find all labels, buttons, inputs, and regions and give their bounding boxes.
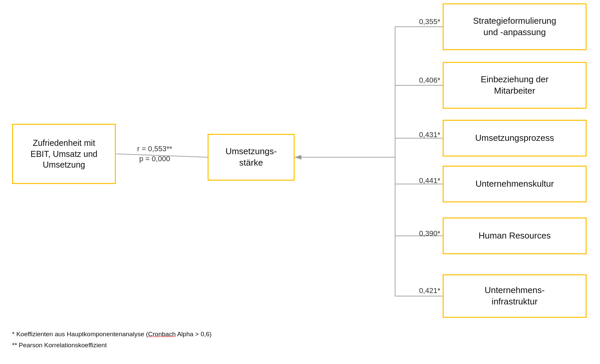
correlation-p-label: p = 0,000: [121, 155, 188, 163]
diagram-container: Zufriedenheit mit EBIT, Umsatz und Umset…: [0, 0, 600, 364]
coeff-4: 0,441*: [412, 176, 440, 185]
right-box-6: Unternehmens- infrastruktur: [443, 274, 587, 318]
coeff-3: 0,431*: [412, 130, 440, 139]
coeff-6: 0,421*: [412, 286, 440, 295]
coeff-5: 0,390*: [412, 229, 440, 238]
footnote-line1: * Koeffizienten aus Hauptkomponentenanal…: [12, 329, 212, 340]
correlation-r-label: r = 0,553**: [121, 145, 188, 153]
right-box-1: Strategieformulierung und -anpassung: [443, 3, 587, 50]
right-box-3: Umsetzungsprozess: [443, 120, 587, 157]
footnote: * Koeffizienten aus Hauptkomponentenanal…: [12, 329, 212, 351]
left-box-text: Zufriedenheit mit EBIT, Umsatz und Umset…: [30, 138, 97, 170]
coeff-2: 0,406*: [412, 76, 440, 85]
center-box-text: Umsetzungs- stärke: [225, 146, 277, 169]
footnote-line2: ** Pearson Korrelationskoeffizient: [12, 340, 212, 351]
right-box-2: Einbeziehung der Mitarbeiter: [443, 62, 587, 109]
right-box-4: Unternehmenskultur: [443, 166, 587, 202]
center-box: Umsetzungs- stärke: [208, 134, 295, 181]
left-box: Zufriedenheit mit EBIT, Umsatz und Umset…: [12, 124, 116, 184]
cronbach-underline: Cronbach: [148, 331, 175, 338]
right-box-5: Human Resources: [443, 217, 587, 254]
coeff-1: 0,355*: [412, 17, 440, 26]
